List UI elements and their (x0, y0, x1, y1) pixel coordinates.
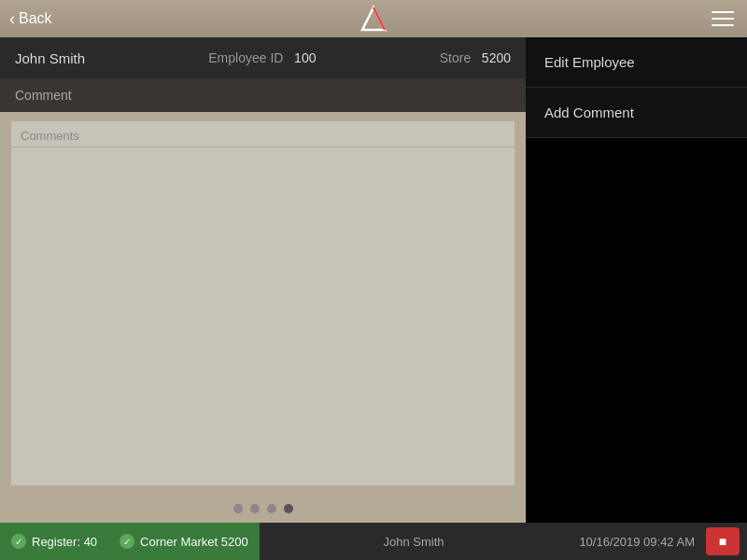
left-panel: John Smith Employee ID 100 Store 5200 Co… (0, 37, 526, 523)
back-chevron-icon: ‹ (9, 9, 15, 29)
back-button[interactable]: ‹ Back (9, 9, 52, 29)
hamburger-menu-button[interactable] (708, 4, 738, 34)
store-status-label: Corner Market 5200 (140, 535, 248, 549)
menu-item-edit-employee[interactable]: Edit Employee (526, 37, 747, 88)
pagination-dots (0, 495, 526, 523)
comment-section-header: Comment (0, 78, 526, 112)
register-check-icon: ✓ (11, 534, 26, 549)
employee-id-section: Employee ID 100 (85, 50, 440, 65)
status-bar: ✓ Register: 40 ✓ Corner Market 5200 John… (0, 523, 747, 560)
logo-area (359, 4, 388, 34)
pagination-dot-2[interactable] (250, 504, 260, 513)
svg-line-1 (374, 7, 385, 30)
add-comment-label: Add Comment (544, 105, 634, 120)
store-section: Store 5200 (440, 50, 511, 65)
employee-id-label: Employee ID (208, 50, 283, 65)
comments-wrapper: Comments (11, 121, 514, 485)
edit-employee-label: Edit Employee (544, 54, 635, 70)
store-value: 5200 (482, 50, 511, 65)
employee-name: John Smith (15, 50, 85, 66)
register-status-segment: ✓ Register: 40 (0, 523, 108, 560)
pagination-dot-4[interactable] (284, 504, 293, 513)
employee-info-bar: John Smith Employee ID 100 Store 5200 (0, 37, 526, 78)
employee-id-value: 100 (294, 50, 316, 65)
comment-content-area: Comments (0, 112, 526, 495)
store-check-icon: ✓ (120, 534, 134, 549)
pagination-dot-1[interactable] (233, 504, 243, 513)
app-logo-icon (359, 4, 388, 34)
comments-label: Comments (11, 121, 514, 147)
menu-item-add-comment[interactable]: Add Comment (526, 88, 747, 138)
hamburger-line-2 (712, 18, 734, 20)
alert-icon: ■ (719, 534, 726, 549)
store-status-segment: ✓ Corner Market 5200 (108, 523, 260, 560)
menu-spacer (526, 138, 747, 523)
top-navigation-bar: ‹ Back (0, 0, 747, 37)
hamburger-line-1 (712, 11, 734, 13)
hamburger-line-3 (712, 24, 734, 26)
store-label: Store (440, 50, 471, 65)
employee-name-status: John Smith (260, 535, 569, 549)
alert-button[interactable]: ■ (706, 527, 740, 555)
svg-marker-0 (362, 7, 385, 30)
datetime-status: 10/16/2019 09:42 AM (568, 535, 706, 549)
back-label: Back (19, 10, 52, 27)
main-layout: John Smith Employee ID 100 Store 5200 Co… (0, 37, 747, 523)
context-menu-panel: Edit Employee Add Comment (526, 37, 747, 523)
pagination-dot-3[interactable] (267, 504, 276, 513)
comment-header-label: Comment (15, 88, 72, 103)
comments-textarea[interactable] (11, 147, 514, 485)
register-status-label: Register: 40 (32, 535, 97, 549)
